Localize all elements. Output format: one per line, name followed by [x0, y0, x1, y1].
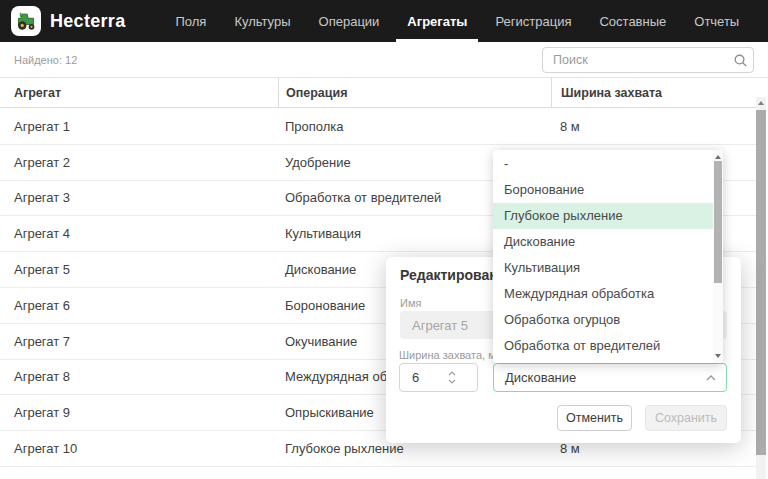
- chevron-up-icon: [448, 371, 456, 376]
- nav-item-polya[interactable]: Поля: [161, 0, 220, 42]
- hecterra-logo[interactable]: [11, 6, 41, 36]
- dropdown-option-empty[interactable]: -: [493, 151, 713, 177]
- main-nav: Поля Культуры Операции Агрегаты Регистра…: [161, 0, 753, 42]
- cell-name: Агрегат 9: [0, 395, 278, 430]
- width-field[interactable]: [399, 363, 478, 392]
- width-input[interactable]: [400, 370, 446, 385]
- column-header-shirina[interactable]: Ширина захвата: [551, 78, 756, 107]
- tractor-icon: [15, 10, 37, 32]
- cell-name: Агрегат 1: [0, 109, 278, 144]
- dropdown-option[interactable]: Дискование: [493, 229, 713, 255]
- cell-name: Агрегат 6: [0, 288, 278, 323]
- cancel-button[interactable]: Отменить: [557, 405, 632, 431]
- search-box: [542, 47, 754, 73]
- cell-name: Агрегат 10: [0, 431, 278, 466]
- number-spinner[interactable]: [448, 371, 456, 384]
- triangle-down-icon[interactable]: [715, 354, 721, 358]
- brand-title: Hecterra: [50, 11, 125, 32]
- chevron-up-icon: [706, 375, 716, 381]
- dropdown-option[interactable]: Обработка от вредителей: [493, 332, 713, 358]
- dropdown-option-highlighted[interactable]: Глубокое рыхление: [493, 203, 713, 229]
- operation-select[interactable]: Дискование: [493, 363, 727, 392]
- column-header-operaciya[interactable]: Операция: [278, 78, 551, 107]
- cell-width: 8 м: [551, 109, 756, 144]
- table-header: Агрегат Операция Ширина захвата: [0, 78, 756, 108]
- cell-name: Агрегат 4: [0, 216, 278, 251]
- nav-item-sostavnye[interactable]: Составные: [585, 0, 680, 42]
- results-count: Найдено: 12: [14, 54, 77, 66]
- hecterra-app: Hecterra Поля Культуры Операции Агрегаты…: [0, 0, 768, 479]
- cell-name: Агрегат 5: [0, 252, 278, 287]
- dropdown-options-list: - Боронование Глубокое рыхление Дискован…: [493, 151, 713, 358]
- results-toolbar: Найдено: 12: [0, 42, 768, 78]
- dropdown-scrollbar-thumb[interactable]: [714, 161, 722, 283]
- nav-item-registraciya[interactable]: Регистрация: [481, 0, 585, 42]
- nav-item-operacii[interactable]: Операции: [305, 0, 394, 42]
- column-header-agregat[interactable]: Агрегат: [0, 78, 278, 107]
- save-button[interactable]: Сохранить: [645, 405, 727, 431]
- page-scrollbar-thumb[interactable]: [756, 110, 766, 455]
- dropdown-option[interactable]: Междурядная обработка: [493, 280, 713, 306]
- operation-select-value: Дискование: [494, 370, 706, 385]
- search-icon[interactable]: [727, 48, 753, 72]
- name-field-label: Имя: [400, 297, 421, 309]
- table-row[interactable]: Агрегат 1 Прополка 8 м: [0, 109, 756, 145]
- width-field-label: Ширина захвата, м: [399, 349, 496, 361]
- dropdown-option[interactable]: Обработка огурцов: [493, 306, 713, 332]
- dropdown-option[interactable]: Боронование: [493, 177, 713, 203]
- top-navbar: Hecterra Поля Культуры Операции Агрегаты…: [0, 0, 768, 42]
- cell-operation: Прополка: [278, 109, 551, 144]
- triangle-up-icon[interactable]: [715, 155, 721, 159]
- nav-item-otchety[interactable]: Отчеты: [680, 0, 753, 42]
- page-scrollbar[interactable]: [756, 97, 766, 479]
- cell-name: Агрегат 8: [0, 360, 278, 395]
- triangle-up-icon[interactable]: [758, 101, 764, 105]
- nav-item-agregaty[interactable]: Агрегаты: [393, 0, 481, 42]
- operation-dropdown: - Боронование Глубокое рыхление Дискован…: [493, 150, 723, 363]
- nav-item-kultury[interactable]: Культуры: [220, 0, 304, 42]
- cell-name: Агрегат 3: [0, 181, 278, 216]
- chevron-down-icon: [448, 379, 456, 384]
- cell-name: Агрегат 7: [0, 324, 278, 359]
- dropdown-scrollbar[interactable]: [713, 150, 723, 363]
- cell-name: Агрегат 2: [0, 145, 278, 180]
- dropdown-option[interactable]: Культивация: [493, 255, 713, 281]
- search-input[interactable]: [543, 53, 727, 67]
